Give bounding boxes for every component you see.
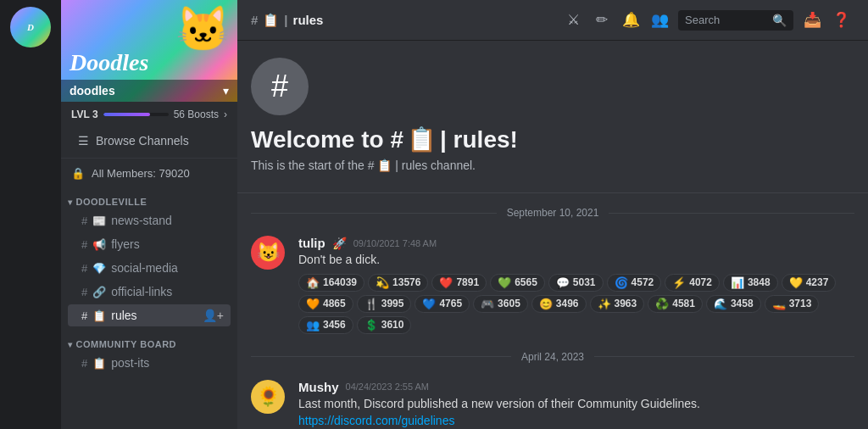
server-icon[interactable]: D	[10, 7, 51, 47]
messages-area: # Welcome to # 📋 | rules! This is the st…	[237, 41, 868, 429]
hash-icon: #	[81, 214, 87, 227]
hash-icon: #	[81, 357, 87, 370]
message-timestamp-tulip: 09/10/2021 7:48 AM	[353, 238, 437, 248]
boost-chevron-icon[interactable]: ›	[224, 109, 227, 120]
channel-emoji-social-media: 💎	[92, 262, 106, 275]
reaction-6[interactable]: ⚡4072	[665, 274, 720, 292]
bell-icon[interactable]: 🔔	[617, 7, 644, 34]
search-icon: 🔍	[772, 14, 787, 27]
message-header-tulip: tulip 🚀 09/10/2021 7:48 AM	[298, 236, 854, 250]
reaction-1[interactable]: 💫13576	[368, 274, 428, 292]
reaction-10[interactable]: 🍴3995	[357, 295, 412, 313]
server-dropdown-icon[interactable]: ▾	[223, 84, 229, 98]
inbox-icon[interactable]: 📥	[798, 7, 826, 34]
reaction-17[interactable]: 🚤3713	[765, 295, 820, 313]
reaction-12[interactable]: 🎮3605	[473, 295, 528, 313]
channel-emoji-rules: 📋	[92, 309, 106, 322]
channel-name-rules: rules	[111, 309, 198, 322]
channel-emoji-post-its: 📋	[92, 357, 106, 370]
members-icon[interactable]: 👥	[646, 7, 673, 34]
reaction-4[interactable]: 💬5031	[548, 274, 604, 292]
welcome-desc-emoji: 📋	[377, 159, 392, 172]
topbar: # 📋 | rules ⚔ ✏ 🔔 👥 Search 🔍 📥 ❓	[237, 0, 868, 41]
divider-line-right	[609, 213, 854, 214]
server-banner-title: Doodles	[70, 49, 148, 76]
channel-name-social-media: social-media	[111, 261, 224, 275]
date-divider-text: September 10, 2021	[507, 207, 599, 219]
channel-item-social-media[interactable]: # 💎 social-media	[68, 257, 231, 279]
reaction-13[interactable]: 😊3496	[531, 295, 587, 313]
avatar-mushy[interactable]: 🌻	[251, 380, 285, 414]
main-content: # 📋 | rules ⚔ ✏ 🔔 👥 Search 🔍 📥 ❓ # Welc	[237, 0, 868, 429]
welcome-desc-prefix: This is the start of the #	[251, 159, 377, 172]
boost-progress	[103, 113, 169, 116]
welcome-title-emoji: 📋	[407, 125, 437, 153]
message-author-mushy[interactable]: Mushy	[298, 380, 339, 394]
reaction-2[interactable]: ❤️7891	[431, 274, 487, 292]
reaction-7[interactable]: 📊3848	[723, 274, 778, 292]
divider-line-right-2	[594, 356, 854, 357]
boost-count: 56 Boosts	[174, 109, 219, 120]
message-text-mushy: Last month, Discord published a new vers…	[298, 396, 854, 413]
topbar-channel-emoji: 📋	[263, 13, 279, 28]
server-icon-column: D	[0, 0, 61, 429]
category-community-board[interactable]: ▾ COMMUNITY BOARD	[61, 327, 237, 351]
channel-welcome: # Welcome to # 📋 | rules! This is the st…	[237, 41, 868, 193]
search-placeholder: Search	[685, 14, 767, 26]
browse-channels-icon: ☰	[78, 134, 89, 148]
reaction-11[interactable]: 💙4765	[415, 295, 470, 313]
help-icon[interactable]: ❓	[827, 7, 854, 34]
channel-name-official-links: official-links	[111, 285, 224, 298]
reaction-15[interactable]: ♻️4581	[648, 295, 703, 313]
reaction-9[interactable]: 🧡4865	[298, 295, 353, 313]
channel-item-post-its[interactable]: # 📋 post-its	[68, 352, 231, 374]
boost-level: LVL 3	[71, 109, 98, 120]
boost-progress-bar	[103, 113, 150, 116]
category-doodleville[interactable]: ▾ DOODLEVILLE	[61, 185, 237, 209]
date-divider-apr2023: April 24, 2023	[237, 344, 868, 370]
slash-command-icon[interactable]: ⚔	[559, 7, 587, 34]
reaction-3[interactable]: 💚6565	[490, 274, 545, 292]
hash-icon: #	[81, 238, 87, 251]
topbar-channel-info: # 📋 | rules	[251, 13, 323, 28]
message-mushy: 🌻 Mushy 04/24/2023 2:55 AM Last month, D…	[237, 376, 868, 429]
topbar-separator: |	[284, 13, 287, 27]
channel-item-news-stand[interactable]: # 📰 news-stand	[68, 209, 231, 231]
category-chevron-icon-2: ▾	[68, 340, 73, 349]
sidebar-divider-1	[61, 158, 237, 159]
reaction-0[interactable]: 🏠164039	[298, 274, 364, 292]
reaction-5[interactable]: 🌀4572	[607, 274, 662, 292]
channel-add-member-icon[interactable]: 👤+	[203, 309, 224, 322]
divider-line-left	[251, 213, 497, 214]
channel-name-news-stand: news-stand	[111, 214, 224, 227]
avatar-tulip[interactable]: 😺	[251, 236, 285, 270]
welcome-title-prefix: Welcome to #	[251, 126, 403, 153]
author-emoji-tulip: 🚀	[332, 237, 347, 250]
reaction-19[interactable]: 💲3610	[357, 316, 412, 334]
browse-channels-button[interactable]: ☰ Browse Channels	[68, 129, 231, 153]
channel-emoji-flyers: 📢	[92, 238, 106, 251]
server-mascot: 🐱	[175, 7, 231, 51]
search-bar[interactable]: Search 🔍	[678, 10, 793, 31]
reaction-8[interactable]: 💛4237	[782, 274, 837, 292]
reaction-16[interactable]: 🌊3458	[706, 295, 761, 313]
channel-item-flyers[interactable]: # 📢 flyers	[68, 233, 231, 255]
boost-bar: LVL 3 56 Boosts ›	[61, 102, 237, 127]
date-divider-sep2021: September 10, 2021	[237, 200, 868, 226]
message-link-mushy[interactable]: https://discord.com/guidelines	[298, 414, 854, 427]
channel-hash-icon: #	[251, 58, 309, 115]
channel-item-official-links[interactable]: # 🔗 official-links	[68, 281, 231, 303]
discord-guidelines-link[interactable]: https://discord.com/guidelines	[298, 414, 454, 427]
topbar-icons: ⚔ ✏ 🔔 👥 Search 🔍 📥 ❓	[559, 7, 854, 34]
server-name: doodles	[70, 84, 115, 98]
category-label: DOODLEVILLE	[76, 197, 147, 207]
avatar-emoji-tulip: 😺	[257, 242, 280, 264]
edit-icon[interactable]: ✏	[588, 7, 615, 34]
server-banner[interactable]: Doodles doodles ▾ 🐱	[61, 0, 237, 102]
reaction-18[interactable]: 👥3456	[298, 316, 353, 334]
message-author-tulip[interactable]: tulip	[298, 236, 326, 250]
message-header-mushy: Mushy 04/24/2023 2:55 AM	[298, 380, 854, 394]
reaction-14[interactable]: ✨3963	[590, 295, 645, 313]
channel-item-rules[interactable]: # 📋 rules 👤+	[68, 304, 231, 326]
avatar-emoji-mushy: 🌻	[257, 386, 280, 408]
